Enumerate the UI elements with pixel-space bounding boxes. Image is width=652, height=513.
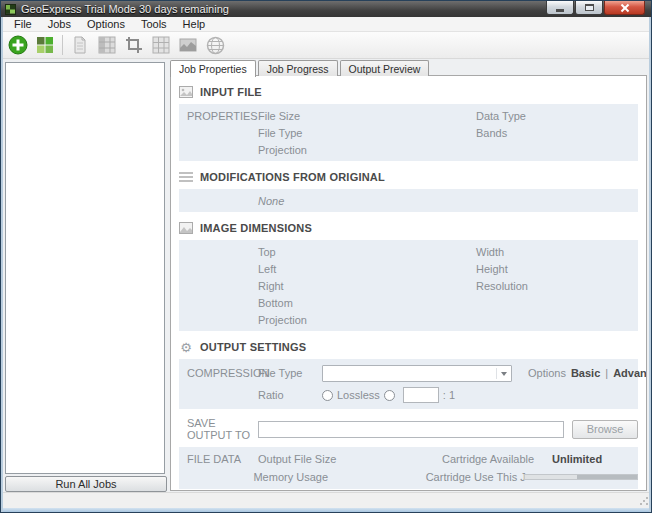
section-title: MODIFICATIONS FROM ORIGINAL: [200, 171, 385, 183]
close-icon: [620, 3, 629, 12]
minimize-icon: [556, 9, 564, 12]
field-label: File Type: [258, 127, 476, 139]
document-button[interactable]: [68, 33, 92, 57]
section-title: INPUT FILE: [200, 86, 262, 98]
menu-file[interactable]: File: [6, 17, 40, 32]
options-links: Options Basic | Advanced: [518, 367, 647, 379]
menu-bar: File Jobs Options Tools Help: [1, 17, 651, 32]
run-all-jobs-button[interactable]: Run All Jobs: [5, 476, 167, 492]
advanced-options-link[interactable]: Advanced: [613, 367, 647, 379]
save-output-row: SAVE OUTPUT TO Browse: [179, 417, 638, 441]
globe-icon: [206, 36, 225, 55]
file-type-select[interactable]: [322, 365, 512, 382]
tab-bar: Job Properties Job Progress Output Previ…: [170, 60, 647, 76]
tab-job-properties[interactable]: Job Properties: [170, 60, 256, 77]
property-row: Projection: [179, 141, 638, 158]
main-area: Run All Jobs Job Properties Job Progress…: [1, 60, 651, 492]
image-dimensions-header: IMAGE DIMENSIONS: [179, 220, 638, 236]
layers-button[interactable]: [95, 33, 119, 57]
maximize-icon: [585, 4, 594, 11]
ratio-suffix: : 1: [443, 389, 455, 401]
field-label: Left: [258, 263, 476, 275]
add-job-button[interactable]: [6, 33, 30, 57]
status-bar: [1, 492, 651, 508]
modifications-header: MODIFICATIONS FROM ORIGINAL: [179, 169, 638, 185]
input-file-header: INPUT FILE: [179, 84, 638, 100]
property-row: None: [179, 192, 638, 209]
image-icon: [179, 36, 197, 54]
window-title: GeoExpress Trial Mode 30 days remaining: [21, 3, 229, 15]
document-icon: [71, 36, 89, 54]
property-row: PROPERTIES File Size Data Type: [179, 107, 638, 124]
crop-icon: [125, 36, 143, 54]
field-label: File Size: [258, 110, 476, 122]
lossless-radio[interactable]: [322, 390, 333, 401]
file-data-row: Memory Usage Cartridge Use This J: [179, 468, 638, 486]
menu-options[interactable]: Options: [79, 17, 133, 32]
group-label: FILE DATA: [179, 453, 258, 465]
compression-block: COMPRESSION File Type Options Basic | Ad…: [179, 359, 638, 409]
grid-button[interactable]: [149, 33, 173, 57]
image-button[interactable]: [176, 33, 200, 57]
window-right-edge: [649, 17, 651, 512]
ratio-radio[interactable]: [384, 390, 395, 401]
menu-help[interactable]: Help: [175, 17, 214, 32]
crop-button[interactable]: [122, 33, 146, 57]
output-settings-header: ⚙ OUTPUT SETTINGS: [179, 339, 638, 355]
ratio-input[interactable]: [403, 387, 439, 403]
tab-job-progress[interactable]: Job Progress: [258, 60, 338, 76]
field-label: Resolution: [476, 280, 638, 292]
mosaic-button[interactable]: [33, 33, 57, 57]
field-label: Memory Usage: [253, 471, 425, 483]
input-file-picture-icon: [179, 86, 193, 99]
grid-icon: [152, 36, 170, 54]
modifications-list-icon: [179, 171, 193, 184]
menu-tools[interactable]: Tools: [133, 17, 175, 32]
minimize-button[interactable]: [546, 1, 574, 15]
field-label: Cartridge Available: [442, 453, 538, 465]
field-label: Height: [476, 263, 638, 275]
job-list-panel[interactable]: [5, 62, 165, 474]
field-label: File Type: [258, 367, 322, 379]
field-label: Top: [258, 246, 476, 258]
lossless-label: Lossless: [337, 389, 380, 401]
globe-button[interactable]: [203, 33, 227, 57]
cartridge-use-progress-bar: [524, 474, 638, 480]
field-label: Data Type: [476, 110, 638, 122]
field-label: Projection: [258, 314, 476, 326]
field-label: Output File Size: [258, 453, 442, 465]
tab-output-preview[interactable]: Output Preview: [340, 60, 430, 76]
close-button[interactable]: [604, 1, 645, 15]
toolbar: [1, 32, 651, 59]
property-row: Right Resolution: [179, 277, 638, 294]
basic-options-link[interactable]: Basic: [571, 367, 600, 379]
menu-jobs[interactable]: Jobs: [40, 17, 79, 32]
cartridge-available-value: Unlimited: [538, 453, 602, 465]
layers-icon: [98, 36, 116, 54]
compression-file-type-row: COMPRESSION File Type Options Basic | Ad…: [179, 362, 638, 384]
property-row: File Type Bands: [179, 124, 638, 141]
gear-icon: ⚙: [179, 341, 193, 354]
property-row: Left Height: [179, 260, 638, 277]
output-path-input[interactable]: [258, 421, 564, 438]
add-job-icon: [8, 35, 28, 55]
field-label: Bottom: [258, 297, 476, 309]
ratio-controls: Lossless : 1: [322, 387, 638, 403]
maximize-button[interactable]: [575, 1, 603, 15]
field-label: Bands: [476, 127, 638, 139]
window-left-edge: [1, 17, 3, 512]
job-properties-panel: INPUT FILE PROPERTIES File Size Data Typ…: [170, 75, 647, 491]
browse-button[interactable]: Browse: [572, 420, 638, 439]
input-file-properties-block: PROPERTIES File Size Data Type File Type…: [179, 104, 638, 161]
file-data-block: FILE DATA Output File Size Cartridge Ava…: [179, 447, 638, 489]
window-bottom-edge: [1, 508, 651, 512]
resize-grip[interactable]: [639, 496, 649, 506]
select-divider: [496, 368, 497, 379]
image-dimensions-block: Top Width Left Height Right Resolution: [179, 240, 638, 331]
image-dimensions-picture-icon: [179, 222, 193, 235]
content-area: Job Properties Job Progress Output Previ…: [170, 60, 647, 492]
app-window: GeoExpress Trial Mode 30 days remaining …: [0, 0, 652, 513]
window-controls: [545, 1, 645, 15]
field-label: Ratio: [258, 389, 322, 401]
section-title: IMAGE DIMENSIONS: [200, 222, 312, 234]
